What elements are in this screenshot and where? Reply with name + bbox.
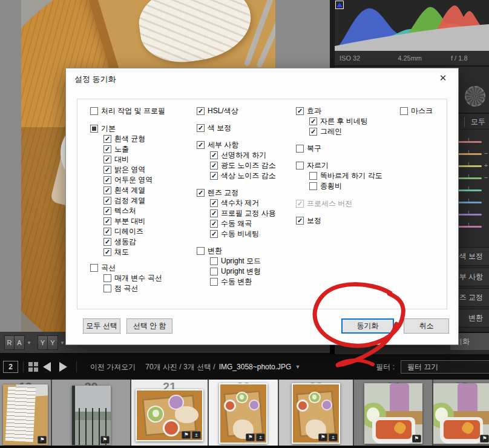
photo-thumbnail[interactable] bbox=[292, 383, 340, 444]
view-mode-button-group[interactable]: RA▼ bbox=[4, 335, 31, 350]
checkbox-row[interactable]: 부분 대비 bbox=[103, 216, 165, 226]
checkbox[interactable] bbox=[197, 247, 205, 255]
flag-badge-icon[interactable] bbox=[100, 436, 110, 444]
checkbox[interactable] bbox=[103, 166, 111, 174]
checkbox[interactable] bbox=[103, 285, 111, 292]
previous-import-label[interactable]: 이전 가져오기 bbox=[90, 362, 136, 372]
checkbox-row[interactable]: 렌즈 교정 bbox=[197, 188, 276, 198]
shadow-clipping-indicator-icon[interactable] bbox=[335, 1, 344, 9]
filmstrip-cell[interactable]: 22 bbox=[209, 380, 279, 446]
checkbox[interactable] bbox=[309, 128, 317, 136]
active-filename-label[interactable]: IMG_3058~photo.JPG bbox=[219, 363, 292, 371]
checkbox-row[interactable]: 복구 bbox=[296, 143, 382, 154]
checkbox-row[interactable]: 밝은 영역 bbox=[103, 165, 165, 175]
flag-badge-icon[interactable] bbox=[412, 435, 421, 443]
checkbox[interactable] bbox=[296, 107, 304, 115]
flag-badge-icon[interactable] bbox=[38, 436, 47, 444]
adjust-badge-icon[interactable] bbox=[329, 433, 338, 441]
checkbox-row[interactable]: 광도 노이즈 감소 bbox=[210, 160, 276, 171]
checkbox[interactable] bbox=[103, 207, 111, 215]
photo-thumbnail[interactable] bbox=[136, 389, 203, 441]
checkbox[interactable] bbox=[210, 278, 218, 286]
checkbox-row[interactable]: 기본 bbox=[90, 124, 165, 134]
view-mode-button[interactable]: Y bbox=[38, 335, 48, 350]
checkbox-row[interactable]: 노출 bbox=[103, 144, 165, 154]
grid-view-icon[interactable] bbox=[28, 362, 39, 372]
checkbox[interactable] bbox=[103, 238, 111, 246]
checkbox-row[interactable]: 흰색 계열 bbox=[103, 185, 165, 196]
checkbox[interactable] bbox=[210, 220, 218, 228]
checkbox-row[interactable]: 채도 bbox=[103, 247, 165, 257]
checkbox-row[interactable]: 효과 bbox=[296, 106, 382, 116]
filmstrip-cell[interactable]: 23 bbox=[279, 380, 354, 446]
checkbox[interactable] bbox=[296, 217, 304, 225]
select-all-button[interactable]: 모두 선택 bbox=[83, 318, 120, 334]
checkbox[interactable] bbox=[309, 182, 317, 190]
checkbox-row[interactable]: 선명하게 하기 bbox=[210, 150, 276, 160]
checkbox-row[interactable]: 매개 변수 곡선 bbox=[103, 273, 165, 283]
checkbox[interactable] bbox=[90, 264, 98, 272]
checkbox[interactable] bbox=[296, 200, 304, 208]
filename-dropdown-caret-icon[interactable]: ▼ bbox=[295, 364, 300, 370]
checkbox[interactable] bbox=[210, 257, 218, 265]
checkbox[interactable] bbox=[210, 199, 218, 207]
texture-ball-icon[interactable] bbox=[465, 86, 485, 107]
checkbox[interactable] bbox=[197, 189, 205, 197]
checkbox-row[interactable]: 어두운 영역 bbox=[103, 175, 165, 185]
checkbox[interactable] bbox=[309, 172, 317, 180]
checkbox-row[interactable]: 마스크 bbox=[400, 106, 433, 116]
checkbox-row[interactable]: Upright 변형 bbox=[210, 266, 276, 277]
checkbox[interactable] bbox=[210, 162, 218, 170]
checkbox[interactable] bbox=[103, 186, 111, 194]
checkbox[interactable] bbox=[197, 124, 205, 132]
checkbox[interactable] bbox=[103, 145, 111, 153]
checkbox-row[interactable]: 세부 사항 bbox=[197, 140, 276, 150]
checkbox-row[interactable]: 생동감 bbox=[103, 237, 165, 247]
checkbox-row[interactable]: 똑바르게 하기 각도 bbox=[309, 171, 382, 181]
checkbox-row[interactable]: 디헤이즈 bbox=[103, 226, 165, 237]
checkbox[interactable] bbox=[90, 125, 98, 133]
flag-badge-icon[interactable] bbox=[182, 431, 191, 439]
checkbox[interactable] bbox=[210, 151, 218, 159]
filmstrip-cell[interactable]: 21 bbox=[131, 380, 209, 446]
checkbox-row[interactable]: 색 보정 bbox=[197, 123, 276, 133]
synchronize-button[interactable]: 동기화 bbox=[341, 318, 394, 334]
photo-thumbnail[interactable] bbox=[219, 383, 267, 444]
view-mode-button[interactable]: R bbox=[4, 335, 15, 350]
checkbox-row[interactable]: 처리 작업 및 프로필 bbox=[90, 106, 165, 116]
checkbox-row[interactable]: HSL/색상 bbox=[197, 106, 276, 116]
checkbox-row[interactable]: 흰색 균형 bbox=[103, 134, 165, 144]
next-photo-arrow-icon[interactable] bbox=[59, 362, 67, 372]
cancel-button[interactable]: 취소 bbox=[404, 318, 449, 334]
checkbox[interactable] bbox=[103, 248, 111, 256]
filmstrip-cell[interactable]: 25 bbox=[433, 380, 489, 446]
checkbox-row[interactable]: 그레인 bbox=[309, 127, 382, 137]
checkbox-row[interactable]: Upright 모드 bbox=[210, 256, 276, 266]
checkbox[interactable] bbox=[103, 135, 111, 143]
checkbox[interactable] bbox=[296, 145, 304, 153]
close-icon[interactable] bbox=[438, 73, 448, 84]
checkbox[interactable] bbox=[103, 156, 111, 163]
checkbox[interactable] bbox=[197, 141, 205, 149]
checkbox-row[interactable]: 보정 bbox=[296, 216, 382, 226]
hsl-tab-all[interactable]: 모두 bbox=[464, 117, 485, 127]
checkbox-row[interactable]: 곡선 bbox=[90, 263, 165, 273]
filter-dropdown[interactable]: 필터 끄기 bbox=[401, 360, 489, 374]
checkbox[interactable] bbox=[296, 162, 304, 170]
checkbox[interactable] bbox=[400, 107, 408, 115]
checkbox[interactable] bbox=[90, 107, 98, 115]
checkbox-row[interactable]: 대비 bbox=[103, 154, 165, 165]
checkbox[interactable] bbox=[197, 107, 205, 115]
view-mode-button[interactable]: A bbox=[15, 335, 25, 350]
checkbox[interactable] bbox=[103, 274, 111, 282]
histogram-panel[interactable] bbox=[335, 0, 489, 51]
view-mode-button[interactable]: Y bbox=[48, 335, 58, 350]
checkbox-row[interactable]: 수동 변환 bbox=[210, 277, 276, 287]
checkbox[interactable] bbox=[103, 228, 111, 236]
checkbox-row[interactable]: 자른 후 비네팅 bbox=[309, 116, 382, 127]
filmstrip-cell[interactable]: 20 bbox=[52, 380, 131, 446]
flag-badge-icon[interactable] bbox=[246, 433, 255, 441]
view-mode-button-group[interactable]: YY▼ bbox=[38, 335, 65, 350]
photo-thumbnail[interactable] bbox=[72, 386, 111, 445]
checkbox-row[interactable]: 색수차 제거 bbox=[210, 198, 276, 208]
